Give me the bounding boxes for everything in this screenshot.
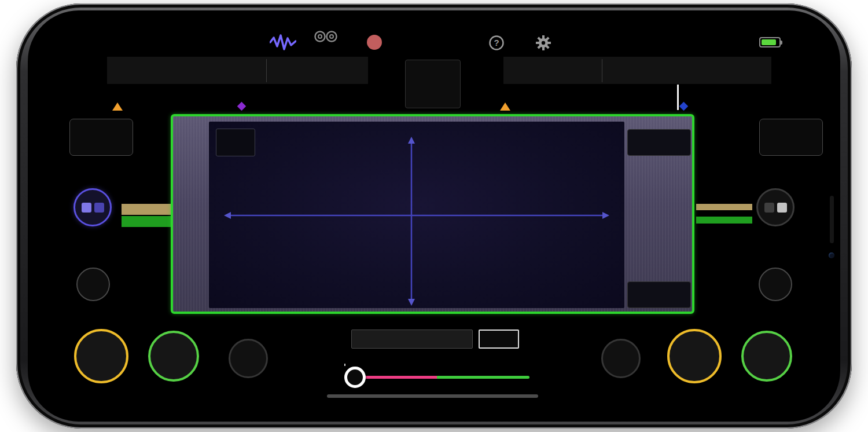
front-camera [829, 252, 834, 258]
fx-xy-pad[interactable] [209, 122, 624, 308]
fx-panel [171, 114, 694, 314]
divider [602, 59, 602, 82]
automix-button[interactable] [312, 30, 339, 45]
deck1-level-meter [369, 58, 395, 112]
svg-text:?: ? [494, 38, 499, 47]
deck2-trackbar-bg [503, 57, 771, 84]
deck1-play-pause-button[interactable] [148, 331, 199, 382]
fx-touch-layer [209, 122, 624, 308]
deck1-vertical-waveform[interactable] [122, 114, 171, 316]
divider [266, 59, 267, 82]
pad-square-icon [82, 203, 91, 213]
settings-gear-icon[interactable] [535, 34, 552, 54]
deck1-performance-pad-button[interactable] [73, 188, 112, 226]
battery-icon [759, 37, 781, 47]
deck1-phrase-bar-down [122, 204, 171, 215]
fx-edit-button[interactable] [627, 281, 691, 308]
crossfader[interactable] [344, 364, 529, 390]
crossfader-knob[interactable] [344, 367, 366, 388]
crossfader-tick [344, 364, 345, 366]
deck1-phrase-bar-chorus [122, 216, 171, 227]
deck1-slip-button[interactable] [76, 268, 110, 301]
deck2-slip-button[interactable] [759, 268, 792, 301]
deck2-sync-button[interactable] [601, 339, 641, 378]
deck1-playhead-marker [112, 102, 123, 111]
phrase-sync-button[interactable] [405, 60, 461, 108]
deck1-trackbar-bg [107, 57, 368, 84]
waveform-view-tab-icon[interactable] [270, 34, 296, 53]
deck2-level-meter [470, 58, 496, 112]
pad-square-icon [777, 203, 787, 213]
deck2-vertical-waveform[interactable] [696, 114, 752, 316]
pad-square-icon [94, 203, 104, 213]
phone-frame: ? [16, 3, 852, 429]
deck2-overview-waveform[interactable] [503, 84, 770, 111]
home-indicator[interactable] [327, 394, 538, 398]
deck2-tempo-display[interactable] [759, 119, 823, 156]
deck1-cue-button[interactable] [74, 329, 128, 383]
deck2-play-pause-button[interactable] [741, 331, 792, 382]
deck2-phrase-bar-down [696, 204, 752, 210]
fx-close-button[interactable] [627, 129, 691, 156]
help-icon[interactable]: ? [488, 35, 505, 53]
deck1-sync-button[interactable] [229, 339, 268, 378]
crossfader-track-right[interactable] [437, 376, 529, 379]
fx-select-edit-button[interactable] [479, 330, 519, 349]
pad-square-icon [764, 203, 774, 213]
deck2-phrase-bar-chorus [696, 217, 752, 224]
deck2-performance-pad-button[interactable] [756, 188, 795, 226]
deck2-playhead-line [677, 85, 679, 110]
record-icon[interactable] [367, 35, 382, 50]
deck2-cue-button[interactable] [667, 329, 722, 383]
deck2-playhead-marker [500, 102, 510, 111]
speaker-grille [830, 196, 834, 243]
automix-icon [313, 35, 339, 45]
app-screen: ? [28, 10, 840, 422]
fx-select-button[interactable] [351, 330, 473, 349]
